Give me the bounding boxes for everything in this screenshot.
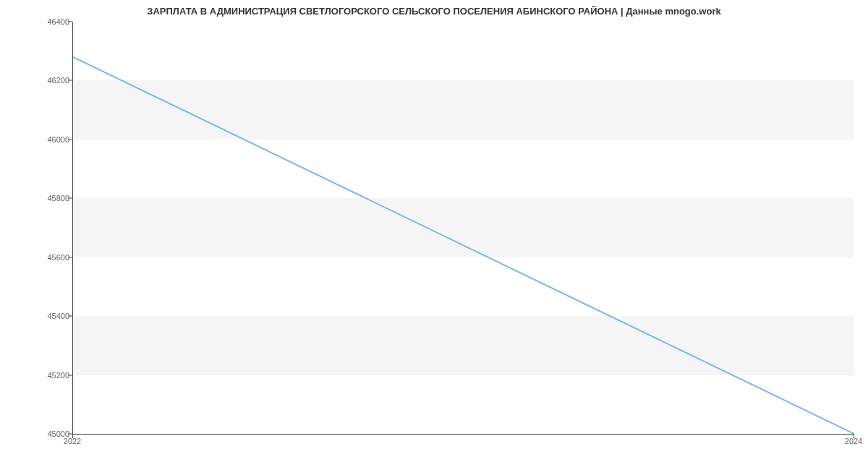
y-tick-label: 46000 (4, 135, 69, 144)
x-tick-mark (72, 434, 73, 438)
y-tick-label: 45000 (4, 430, 69, 438)
y-tick-label: 45800 (4, 194, 69, 202)
y-tick-mark (68, 22, 72, 22)
y-tick-mark (68, 316, 72, 317)
salary-chart: ЗАРПЛАТА В АДМИНИСТРАЦИЯ СВЕТЛОГОРСКОГО … (0, 0, 868, 470)
line-series (73, 22, 854, 434)
y-tick-label: 45600 (4, 253, 69, 262)
y-tick-label: 46400 (4, 17, 69, 26)
chart-title: ЗАРПЛАТА В АДМИНИСТРАЦИЯ СВЕТЛОГОРСКОГО … (0, 6, 868, 17)
y-tick-mark (68, 257, 72, 257)
y-tick-mark (68, 80, 72, 81)
y-tick-label: 45400 (4, 312, 69, 320)
y-tick-label: 46200 (4, 76, 69, 85)
plot-area (72, 22, 854, 435)
y-tick-label: 45200 (4, 371, 69, 380)
y-tick-mark (68, 375, 72, 375)
x-tick-mark (854, 434, 854, 438)
y-tick-mark (68, 139, 72, 140)
y-tick-mark (68, 198, 72, 199)
